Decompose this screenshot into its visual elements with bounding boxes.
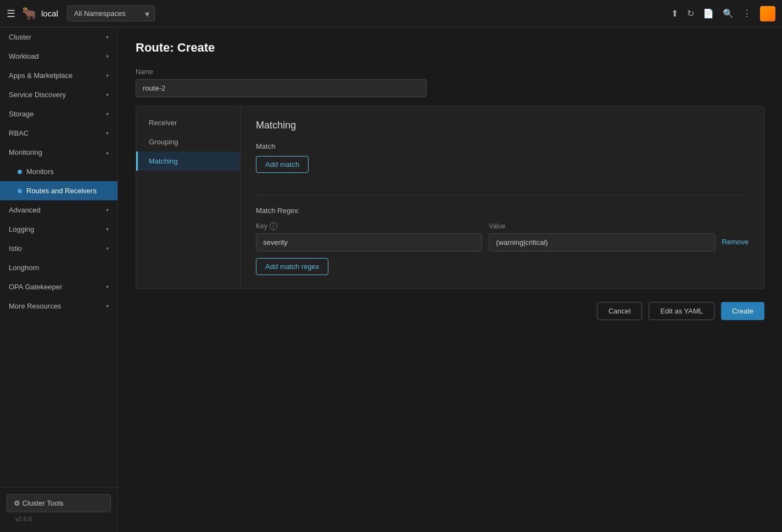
namespace-dropdown[interactable]: All Namespaces — [67, 5, 155, 21]
footer-actions: Cancel Edit as YAML Create — [136, 289, 764, 333]
dot-icon — [18, 170, 22, 174]
cancel-button[interactable]: Cancel — [597, 302, 642, 320]
main-layout: Cluster ▾ Workload ▾ Apps & Marketplace … — [0, 27, 782, 532]
logo: 🐂 local — [22, 7, 58, 21]
cluster-tools-label: ⚙ Cluster Tools — [14, 499, 64, 507]
name-field-wrapper: Name — [136, 68, 427, 97]
key-input[interactable] — [256, 233, 482, 251]
sidebar-item-label: Advanced — [9, 206, 41, 214]
chevron-down-icon: ▾ — [106, 111, 109, 117]
sidebar-item-monitors[interactable]: Monitors — [0, 162, 118, 181]
match-regex-label: Match Regex: — [256, 206, 749, 215]
sidebar-item-cluster[interactable]: Cluster ▾ — [0, 27, 118, 47]
sidebar-item-label: Monitoring — [9, 148, 42, 156]
sidebar-item-label: Cluster — [9, 33, 31, 41]
chevron-down-icon: ▾ — [106, 207, 109, 213]
nav-item-grouping[interactable]: Grouping — [136, 132, 240, 152]
key-field-label: Key i — [256, 222, 482, 230]
nav-item-grouping-label: Grouping — [149, 138, 178, 146]
sidebar-item-longhorn[interactable]: Longhorn — [0, 258, 118, 277]
more-icon[interactable]: ⋮ — [742, 8, 751, 19]
sidebar-item-istio[interactable]: Istio ▾ — [0, 239, 118, 258]
chevron-down-icon: ▾ — [106, 72, 109, 79]
page-title-static: Route: — [136, 41, 174, 54]
content-area: Route: Create Name Receiver Grouping Mat… — [118, 27, 782, 532]
value-field-group: Value — [489, 222, 715, 251]
sidebar-item-routes-receivers[interactable]: Routes and Receivers — [0, 181, 118, 200]
topbar-actions: ⬆ ↻ 📄 🔍 ⋮ — [671, 6, 775, 21]
edit-yaml-button[interactable]: Edit as YAML — [649, 302, 714, 320]
nav-item-matching[interactable]: Matching — [136, 152, 240, 171]
sidebar-item-label: Logging — [9, 225, 34, 233]
info-icon: i — [270, 222, 277, 230]
cluster-tools-button[interactable]: ⚙ Cluster Tools — [7, 494, 111, 512]
page-title: Route: Create — [136, 41, 764, 55]
form-nav: Receiver Grouping Matching — [136, 107, 241, 288]
remove-link[interactable]: Remove — [722, 222, 749, 246]
logo-text: local — [41, 9, 58, 18]
divider — [256, 195, 749, 195]
match-regex-row: Key i Value Remove — [256, 222, 749, 251]
add-match-button[interactable]: Add match — [256, 156, 309, 173]
create-button[interactable]: Create — [721, 302, 764, 320]
sidebar-item-label: RBAC — [9, 129, 29, 137]
match-regex-section: Match Regex: Key i Value — [256, 206, 749, 275]
sidebar-item-label: Workload — [9, 52, 39, 60]
value-field-label: Value — [489, 222, 715, 230]
version-label: v2.6.0 — [7, 512, 111, 525]
sidebar-sub-label: Routes and Receivers — [18, 187, 97, 195]
add-match-regex-button[interactable]: Add match regex — [256, 258, 328, 275]
name-input[interactable] — [136, 79, 427, 97]
namespace-selector[interactable]: All Namespaces — [67, 5, 155, 21]
sidebar: Cluster ▾ Workload ▾ Apps & Marketplace … — [0, 27, 118, 532]
chevron-down-icon: ▾ — [106, 303, 109, 309]
sidebar-item-advanced[interactable]: Advanced ▾ — [0, 200, 118, 220]
sidebar-item-workload[interactable]: Workload ▾ — [0, 47, 118, 66]
topbar: ☰ 🐂 local All Namespaces ⬆ ↻ 📄 🔍 ⋮ — [0, 0, 782, 27]
page-title-dynamic: Create — [177, 41, 215, 54]
sidebar-item-apps[interactable]: Apps & Marketplace ▾ — [0, 66, 118, 85]
file-icon[interactable]: 📄 — [703, 8, 714, 19]
form-content: Matching Match Add match Match Regex: Ke… — [241, 107, 764, 288]
terminal-icon[interactable]: ↻ — [687, 8, 694, 19]
chevron-down-icon: ▾ — [106, 53, 109, 59]
sidebar-item-service-discovery[interactable]: Service Discovery ▾ — [0, 85, 118, 104]
nav-item-receiver[interactable]: Receiver — [136, 113, 240, 132]
logo-icon: 🐂 — [22, 7, 37, 21]
sidebar-item-label: More Resources — [9, 302, 61, 310]
avatar[interactable] — [760, 6, 775, 21]
nav-item-matching-label: Matching — [149, 157, 178, 165]
sidebar-item-opa[interactable]: OPA Gatekeeper ▾ — [0, 277, 118, 296]
chevron-down-icon: ▾ — [106, 92, 109, 98]
sidebar-item-label: Storage — [9, 110, 34, 118]
value-input[interactable] — [489, 233, 715, 251]
chevron-down-icon: ▾ — [106, 130, 109, 136]
sidebar-item-label: Routes and Receivers — [26, 187, 97, 195]
sidebar-item-label: Service Discovery — [9, 91, 66, 99]
sidebar-item-storage[interactable]: Storage ▾ — [0, 104, 118, 124]
form-body: Receiver Grouping Matching Matching Matc… — [136, 106, 764, 289]
sidebar-item-label: OPA Gatekeeper — [9, 283, 62, 291]
sidebar-item-label: Longhorn — [9, 264, 39, 272]
hamburger-menu[interactable]: ☰ — [7, 8, 15, 20]
chevron-down-icon: ▾ — [106, 284, 109, 290]
chevron-down-icon: ▾ — [106, 34, 109, 40]
chevron-down-icon: ▾ — [106, 226, 109, 232]
sidebar-item-more-resources[interactable]: More Resources ▾ — [0, 296, 118, 316]
search-icon[interactable]: 🔍 — [723, 8, 734, 19]
name-field-label: Name — [136, 68, 427, 76]
sidebar-item-logging[interactable]: Logging ▾ — [0, 220, 118, 239]
sidebar-sub-label: Monitors — [18, 167, 54, 176]
sidebar-bottom: ⚙ Cluster Tools v2.6.0 — [0, 487, 118, 532]
nav-item-receiver-label: Receiver — [149, 119, 177, 127]
matching-section-title: Matching — [256, 120, 749, 131]
sidebar-item-label: Istio — [9, 244, 22, 253]
upload-icon[interactable]: ⬆ — [671, 8, 678, 19]
sidebar-item-rbac[interactable]: RBAC ▾ — [0, 124, 118, 143]
chevron-down-icon: ▾ — [106, 245, 109, 251]
key-field-group: Key i — [256, 222, 482, 251]
chevron-up-icon: ▴ — [106, 149, 109, 155]
sidebar-item-label: Monitors — [26, 167, 54, 176]
sidebar-item-monitoring[interactable]: Monitoring ▴ — [0, 143, 118, 162]
sidebar-item-label: Apps & Marketplace — [9, 71, 72, 80]
